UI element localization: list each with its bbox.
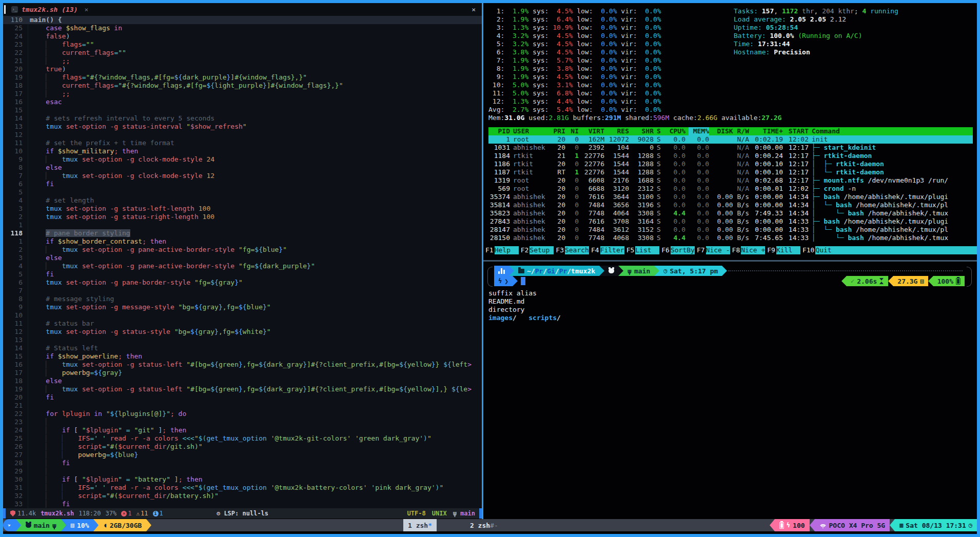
code-line[interactable]: 7 ▏ tmux set-option -g clock-mode-style …: [3, 172, 482, 180]
code-line[interactable]: 14 # sets refresh interval to every 5 se…: [3, 114, 482, 123]
code-line[interactable]: 10: [3, 311, 482, 320]
fkey-label-f2[interactable]: Setup: [530, 246, 554, 254]
code-line[interactable]: 9 ▏ tmux set-option -g clock-mode-style …: [3, 155, 482, 164]
code-line[interactable]: 8 else: [3, 164, 482, 172]
code-line[interactable]: 14 # Status left: [3, 344, 482, 352]
process-row[interactable]: 28150abhishek200774840683308S4.40.00.00 …: [488, 234, 973, 242]
code-line[interactable]: 6 tmux set-option -g pane-border-style "…: [3, 279, 482, 287]
code-line[interactable]: 15: [3, 106, 482, 114]
column-header-diskrw[interactable]: DISK R/W: [712, 127, 749, 135]
fkey-label-f8[interactable]: Nice +: [741, 246, 765, 254]
code-line[interactable]: 2 ▏ tmux set-option -g pane-active-borde…: [3, 246, 482, 254]
code-line[interactable]: 23 ▏: [3, 418, 482, 426]
code-line[interactable]: 11 # set the prefix + t time format: [3, 139, 482, 147]
code-line[interactable]: 1: [3, 221, 482, 229]
tab-close-icon[interactable]: ×: [85, 6, 89, 13]
column-header-virt[interactable]: VIRT: [582, 127, 604, 135]
code-line[interactable]: 10 if $show_military; then: [3, 147, 482, 155]
code-line[interactable]: 17 ▏ powerbg=${gray}: [3, 369, 482, 377]
code-line[interactable]: 17 ▏ ;;: [3, 90, 482, 98]
code-line[interactable]: 16 ▏ tmux set-option -g status-left "#[b…: [3, 361, 482, 369]
fkey-f4[interactable]: F4: [589, 246, 600, 254]
code-line[interactable]: 13 tmux set-option -g status-interval "$…: [3, 123, 482, 131]
fkey-f3[interactable]: F3: [554, 246, 565, 254]
column-header-pid[interactable]: PID: [488, 127, 510, 135]
fkey-label-f7[interactable]: Nice -: [706, 246, 730, 254]
pane-close-icon[interactable]: ×: [472, 6, 476, 13]
code-line[interactable]: 5: [3, 188, 482, 196]
code-line[interactable]: 19 ▏ tmux set-option -g status-left "#[b…: [3, 385, 482, 393]
shell-pane[interactable]: ~/Pr/Gi/Pr/tmux2kψmain◷Sat, 5:17 pm ϟ❯ ✓…: [483, 262, 977, 519]
code-line[interactable]: 110main() {: [3, 16, 482, 24]
fkey-label-f4[interactable]: Filter: [600, 246, 624, 254]
column-header-command[interactable]: Command: [812, 127, 973, 135]
code-line[interactable]: 29 ▏: [3, 467, 482, 475]
fkey-f8[interactable]: F8: [730, 246, 741, 254]
code-line[interactable]: 12: [3, 131, 482, 139]
code-line[interactable]: 4 ▏ tmux set-option -g pane-active-borde…: [3, 262, 482, 270]
code-line[interactable]: 20 fi: [3, 393, 482, 402]
code-line[interactable]: 12 tmux set-option -g status-style "bg=$…: [3, 328, 482, 336]
process-row[interactable]: 1187rtkitRT12277615441288S0.00.0N/A0:00.…: [488, 168, 973, 176]
column-header-start[interactable]: START: [786, 127, 809, 135]
code-line[interactable]: 33 ▏ fi: [3, 500, 482, 508]
fkey-label-f9[interactable]: Kill: [776, 246, 800, 254]
code-line[interactable]: 21 ▏ ;;: [3, 57, 482, 65]
code-line[interactable]: 2 tmux set-option -g status-right-length…: [3, 213, 482, 221]
process-row[interactable]: 35374abhishek200761636443100S0.00.00.00 …: [488, 193, 973, 201]
prompt-line-2[interactable]: ϟ❯ ✓2.06s27.3G▤100%: [494, 276, 965, 286]
fkey-f2[interactable]: F2: [519, 246, 530, 254]
process-row[interactable]: 1319root200660821761688S0.00.0N/A0:02.68…: [488, 176, 973, 185]
fkey-f5[interactable]: F5: [624, 246, 636, 254]
code-line[interactable]: 21: [3, 402, 482, 410]
fkey-f7[interactable]: F7: [695, 246, 706, 254]
code-line[interactable]: 118 # pane border styling: [3, 229, 482, 237]
process-row[interactable]: 569root200668831202312S0.00.0N/A0:00.011…: [488, 185, 973, 193]
process-row[interactable]: 1root200162M120729028S0.00.0N/A0:02.1912…: [488, 135, 973, 144]
code-line[interactable]: 20 true): [3, 65, 482, 73]
system-monitor-pane[interactable]: 1: 1.9% sys: 4.5% low: 0.0% vir: 0.0% 2:…: [483, 3, 977, 260]
column-header-user[interactable]: USER: [513, 127, 548, 135]
code-line[interactable]: 26 ▏ ▏ script="#($current_dir/git.sh)": [3, 443, 482, 451]
code-line[interactable]: 4 # set length: [3, 196, 482, 205]
process-row[interactable]: 1186rtkit2002277615441288S0.00.0N/A0:00.…: [488, 160, 973, 168]
fkey-label-f6[interactable]: SortBy: [671, 246, 695, 254]
code-line[interactable]: 32 ▏ ▏ script="#($current_dir/battery.sh…: [3, 492, 482, 500]
column-header-cpu[interactable]: CPU%: [667, 127, 685, 135]
code-line[interactable]: 8 # message styling: [3, 295, 482, 303]
window-tab[interactable]: 2 zsh#-: [465, 519, 503, 531]
code-line[interactable]: 3 tmux set-option -g status-left-length …: [3, 205, 482, 213]
process-row[interactable]: 27843abhishek200761637083164S0.00.00.00 …: [488, 217, 973, 226]
fkey-label-f5[interactable]: List: [635, 246, 659, 254]
code-line[interactable]: 24 ▏ if [ "$lplugin" = "git" ]; then: [3, 426, 482, 434]
code-line[interactable]: 13: [3, 336, 482, 344]
fkey-label-f10[interactable]: Quit: [815, 246, 839, 254]
prompt-input-marker[interactable]: ϟ❯: [494, 276, 513, 286]
code-line[interactable]: 22 for lplugin in "${lplugins[@]}"; do: [3, 410, 482, 418]
code-buffer[interactable]: 110main() {25 case $show_flags in24 fals…: [3, 16, 482, 508]
process-row[interactable]: 1031abhishek20023921040S0.00.0N/A0:00.00…: [488, 144, 973, 152]
code-line[interactable]: 28 ▏ fi: [3, 459, 482, 467]
code-line[interactable]: 22 ▏ current_flags="": [3, 49, 482, 57]
process-row[interactable]: 1184rtkit2112277615441288S0.00.0N/A0:00.…: [488, 152, 973, 160]
fkey-f10[interactable]: F10: [800, 246, 815, 254]
code-line[interactable]: 18 else: [3, 377, 482, 385]
code-line[interactable]: 7: [3, 287, 482, 295]
code-line[interactable]: 11 # status bar: [3, 320, 482, 328]
code-line[interactable]: 31 ▏ ▏ IFS=' ' read -r -a colors <<<"$(g…: [3, 484, 482, 492]
column-header-mem[interactable]: MEM%: [689, 127, 709, 135]
code-line[interactable]: 25 case $show_flags in: [3, 24, 482, 32]
window-tab[interactable]: 1 zsh*: [403, 519, 437, 531]
code-line[interactable]: 30 ▏ if [ "$lplugin" = "battery" ]; then: [3, 475, 482, 484]
code-line[interactable]: 15 if $show_powerline; then: [3, 352, 482, 361]
column-header-ni[interactable]: NI: [569, 127, 579, 135]
fkey-f6[interactable]: F6: [659, 246, 671, 254]
code-line[interactable]: 18 ▏ current_flags="#{?window_flags,#[fg…: [3, 82, 482, 90]
code-line[interactable]: 5 fi: [3, 270, 482, 279]
column-header-pri[interactable]: PRI: [551, 127, 565, 135]
column-header-res[interactable]: RES: [607, 127, 629, 135]
text-cursor[interactable]: [521, 277, 525, 285]
code-line[interactable]: 24 false): [3, 32, 482, 41]
code-line[interactable]: 19 ▏ flags="#{?window_flags,#[fg=${dark_…: [3, 73, 482, 82]
code-line[interactable]: 27 ▏ ▏ powerbg=${blue}: [3, 451, 482, 459]
